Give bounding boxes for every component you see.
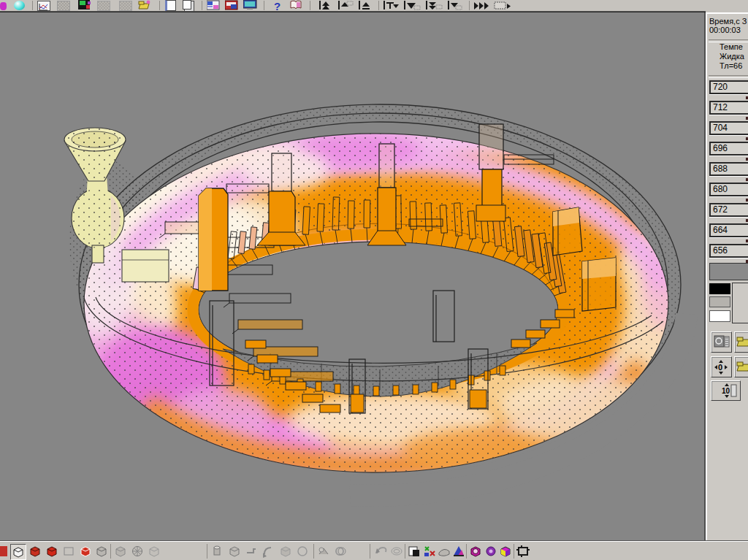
svg-text:0: 0	[718, 363, 722, 372]
svg-text:10: 10	[722, 387, 730, 395]
